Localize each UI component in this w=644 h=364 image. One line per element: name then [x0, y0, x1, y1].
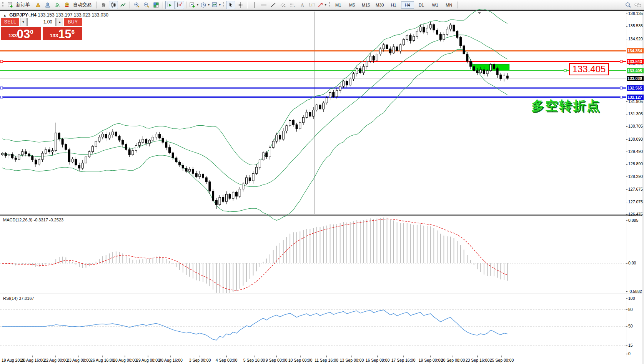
- time-axis-label: 20 Aug 16:00: [21, 358, 45, 362]
- time-axis-label: 23 Aug 08:00: [67, 358, 91, 362]
- mt4-window: 新订单 自动交易: [0, 0, 644, 364]
- price-level-tag: 133.405: [627, 68, 644, 73]
- rsi-axis-tick: 15: [628, 343, 633, 347]
- line-handle[interactable]: [620, 87, 622, 89]
- time-axis-label: 26 Aug 16:00: [90, 358, 114, 362]
- scroll-marker: [478, 12, 481, 14]
- price-axis-tick: 135.535: [628, 23, 643, 28]
- rsi-line: [2, 310, 508, 340]
- price-axis-tick: 127.075: [628, 199, 643, 204]
- bollinger-middle: [2, 35, 508, 187]
- rsi-axis-tick: 50: [628, 324, 633, 328]
- price-axis-tick: 134.920: [628, 37, 643, 41]
- price-level-tag: 133.843: [627, 59, 644, 64]
- price-axis-tick: 130.705: [628, 124, 643, 128]
- price-axis-tick: 128.890: [628, 161, 643, 166]
- price-axis-tick: 127.675: [628, 187, 643, 191]
- price-axis-tick: 136.135: [628, 11, 643, 16]
- price-level-tag: 134.354: [627, 48, 644, 53]
- price-axis-tick: 126.475: [628, 212, 643, 216]
- time-axis-label: 22 Aug 00:00: [44, 358, 68, 362]
- buy-price-button[interactable]: 133156: [43, 27, 82, 40]
- macd-axis-tick: -0.5882: [628, 289, 642, 294]
- time-axis-label: 30 Aug 16:00: [159, 358, 183, 362]
- macd-label: MACD(12,26,9) -0.3317 -0.2523: [3, 218, 63, 222]
- volume-increase-button[interactable]: ▲: [57, 18, 63, 26]
- price-axis-tick: 130.090: [628, 137, 643, 141]
- price-level-tag: 132.565: [627, 85, 644, 91]
- chart-title: ▲ GBPJPY-,H4 133.153 133.197 133.023 133…: [3, 12, 108, 18]
- time-axis-label: 11 Sep 16:00: [315, 358, 338, 362]
- rsi-axis-tick: 0: [628, 351, 631, 356]
- time-axis-label: 25 Sep 00:00: [490, 358, 514, 362]
- volume-decrease-button[interactable]: ▼: [20, 18, 27, 26]
- time-axis-label: 28 Aug 00:00: [113, 358, 137, 362]
- price-level-tag: 133.030: [627, 76, 644, 81]
- time-axis-label: 9 Sep 00:00: [266, 358, 288, 362]
- rsi-label: RSI(14) 37.0167: [3, 296, 34, 301]
- time-axis-label: 5 Sep 16:00: [243, 358, 265, 362]
- line-handle[interactable]: [620, 60, 622, 63]
- line-handle[interactable]: [0, 87, 3, 89]
- one-click-trading-panel: SELL ▼ 1.00 ▲ BUY 133030 133156: [1, 18, 82, 40]
- time-axis-label: 23 Sep 16:00: [466, 358, 489, 362]
- collapse-arrow-icon[interactable]: ▲: [3, 13, 7, 17]
- time-axis-label: 4 Sep 08:00: [216, 358, 238, 362]
- chart-canvas[interactable]: [0, 0, 644, 364]
- rsi-axis-tick: 80: [628, 307, 633, 312]
- price-callout-box[interactable]: 133.405: [569, 63, 609, 75]
- volume-input[interactable]: 1.00: [27, 18, 56, 26]
- price-axis-tick: 129.490: [628, 149, 643, 154]
- line-handle[interactable]: [0, 96, 3, 98]
- macd-axis-tick: 0.885: [628, 218, 638, 223]
- ohlc-values: 133.153 133.197 133.023 133.030: [38, 12, 108, 18]
- time-axis-label: 20 Sep 08:00: [441, 358, 465, 362]
- price-axis-tick: 128.290: [628, 174, 643, 179]
- line-handle[interactable]: [564, 70, 566, 72]
- macd-axis-tick: 0.00: [628, 261, 636, 265]
- line-handle[interactable]: [620, 96, 622, 98]
- time-axis-label: 17 Sep 16:00: [391, 358, 415, 362]
- time-axis-label: 13 Sep 00:00: [340, 358, 364, 362]
- sell-button[interactable]: SELL: [1, 18, 19, 26]
- macd-signal-line: [2, 219, 508, 290]
- bollinger-lower: [2, 50, 508, 221]
- price-axis-tick: 131.305: [628, 111, 643, 116]
- rsi-axis-tick: 100: [628, 296, 635, 301]
- time-axis-label: 19 Sep 00:00: [419, 358, 443, 362]
- sell-price-button[interactable]: 133030: [1, 27, 41, 40]
- time-axis-label: 29 Aug 08:00: [136, 358, 160, 362]
- time-axis-label: 3 Sep 00:00: [189, 358, 211, 362]
- time-axis-label: 16 Sep 08:00: [366, 358, 389, 362]
- time-axis-label: 10 Sep 08:00: [288, 358, 312, 362]
- buy-button[interactable]: BUY: [64, 18, 82, 26]
- symbol-period-label: GBPJPY-,H4: [9, 12, 37, 18]
- price-level-tag: 132.127: [627, 95, 644, 100]
- line-handle[interactable]: [0, 60, 3, 63]
- turning-point-annotation[interactable]: 多空转折点: [531, 97, 601, 115]
